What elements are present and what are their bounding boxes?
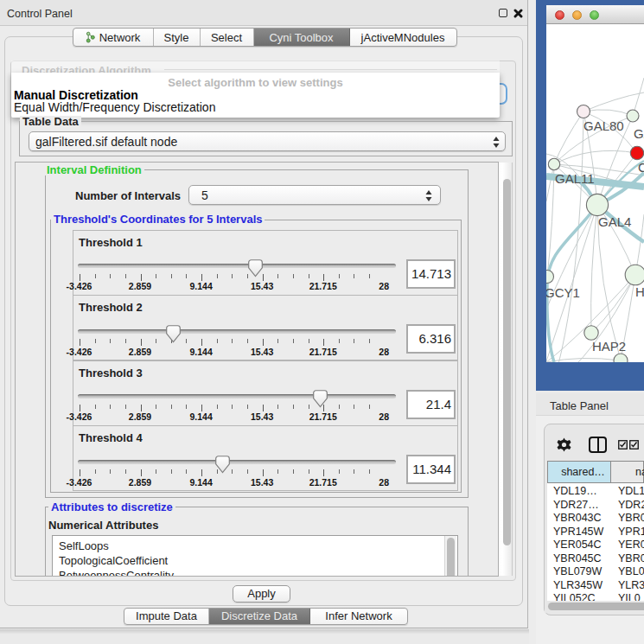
svg-text:GAL80: GAL80 (583, 118, 624, 133)
svg-text:GA: GA (634, 126, 644, 141)
svg-text:GAL4: GAL4 (598, 214, 631, 229)
svg-text:HAP2: HAP2 (592, 339, 626, 354)
svg-text:GAL11: GAL11 (555, 171, 595, 186)
svg-text:GCY1: GCY1 (546, 285, 580, 300)
svg-text:H: H (635, 284, 644, 299)
svg-text:C: C (638, 160, 644, 175)
